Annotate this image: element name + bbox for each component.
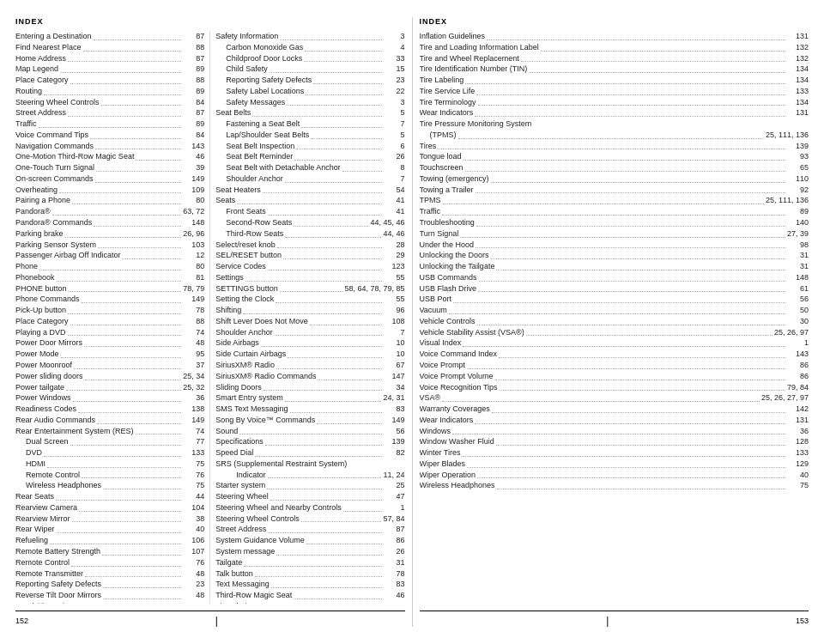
index-entry: Overheating109	[15, 185, 204, 196]
index-entry: Steering Wheel Controls57, 84	[215, 513, 404, 525]
entry-page: 25, 111, 136	[766, 130, 809, 141]
left-header: INDEX	[15, 17, 405, 26]
entry-dots	[464, 160, 785, 161]
entry-text: Shoulder Anchor	[215, 327, 273, 338]
entry-dots	[122, 258, 181, 259]
entry-dots	[438, 149, 785, 149]
entry-text: Rear Entertainment System (RES)	[15, 426, 134, 437]
entry-page: 109	[183, 185, 204, 196]
index-entry: PHONE button78, 79	[15, 283, 204, 295]
index-entry: Fastening a Seat Belt7	[215, 118, 404, 130]
entry-text: Entering a Destination	[15, 31, 92, 42]
entry-dots	[47, 467, 181, 468]
entry-dots	[463, 346, 785, 347]
entry-text: Wireless Headphones	[420, 480, 495, 491]
entry-text: SiriusXM® Radio Commands	[215, 371, 316, 382]
entry-page: 149	[183, 415, 204, 426]
entry-dots	[306, 94, 381, 95]
entry-dots	[541, 51, 785, 52]
entry-dots	[72, 521, 182, 522]
entry-dots	[276, 302, 381, 303]
entry-dots	[294, 598, 381, 599]
entry-page: 67	[384, 360, 405, 371]
index-entry: SEL/RESET button29	[215, 250, 404, 261]
entry-text: Settings	[215, 272, 244, 283]
entry-page: 26	[384, 546, 405, 557]
entry-dots	[136, 160, 181, 161]
entry-dots	[495, 380, 785, 380]
entry-page: 86	[787, 371, 809, 382]
entry-dots	[477, 325, 785, 325]
entry-dots	[90, 138, 181, 139]
entry-text: Pandora® Commands	[15, 217, 92, 228]
index-entry: Remote Control76	[15, 557, 204, 568]
entry-page: 104	[183, 502, 204, 513]
entry-text: Window Washer Fluid	[420, 436, 494, 447]
sub-col-left: Entering a Destination87Find Nearest Pla…	[15, 31, 209, 604]
index-entry: SiriusXM® Radio67	[215, 360, 404, 371]
index-entry: Safety Label Locations22	[215, 86, 404, 97]
index-entry: Sliding Doors34	[215, 382, 404, 393]
entry-page: 38	[183, 513, 204, 525]
entry-dots	[60, 72, 181, 73]
entry-page: 7	[384, 327, 405, 338]
entry-dots	[44, 94, 181, 95]
entry-page: 8	[384, 162, 405, 173]
entry-text: Select/reset knob	[215, 240, 276, 251]
entry-text: Tires	[420, 141, 437, 152]
entry-text: Home Address	[15, 53, 66, 64]
left-entries: Entering a Destination87Find Nearest Pla…	[15, 31, 405, 604]
entry-page: 1	[384, 502, 405, 513]
entry-dots	[72, 204, 181, 204]
entry-text: Passenger Airbag Off Indicator	[15, 250, 120, 261]
index-entry: Wear Indicators131	[420, 107, 809, 118]
entry-dots	[102, 555, 181, 556]
index-entry: SMS Text Messaging83	[215, 404, 404, 415]
entry-page: 143	[787, 349, 809, 360]
entry-text: Unlocking the Doors	[420, 250, 489, 261]
entry-page: 78	[183, 305, 204, 316]
index-entry: Rear Entertainment System (RES)74	[15, 426, 204, 437]
entry-page: 147	[384, 371, 405, 382]
entry-dots	[294, 160, 381, 161]
entry-page: 77	[183, 436, 204, 447]
entry-page: 142	[787, 404, 809, 415]
entry-dots	[103, 489, 181, 489]
entry-dots	[79, 511, 181, 512]
entry-page: 133	[787, 86, 809, 97]
index-entry: Rear Audio Commands149	[15, 415, 204, 426]
entry-page: 30	[787, 316, 809, 327]
entry-dots	[496, 445, 785, 446]
entry-page: 61	[787, 283, 809, 295]
entry-dots	[103, 598, 181, 599]
index-entry: Steering Wheel Controls84	[15, 97, 204, 108]
entry-dots	[95, 182, 182, 183]
index-entry: Parking brake26, 96	[15, 228, 204, 240]
entry-text: Second-Row Seats	[226, 217, 292, 228]
entry-dots	[301, 521, 382, 522]
entry-page: 3	[384, 97, 405, 108]
index-entry: Seat Heaters54	[215, 185, 404, 196]
entry-dots	[285, 182, 382, 183]
entry-page: 86	[787, 360, 809, 371]
entry-page: 40	[787, 470, 809, 481]
entry-page: 149	[183, 294, 204, 305]
entry-dots	[296, 149, 381, 149]
entry-dots	[294, 226, 368, 227]
index-entry: Tailgate31	[215, 557, 404, 568]
entry-page: 93	[787, 151, 809, 162]
entry-dots	[306, 544, 382, 544]
index-entry: Under the Hood98	[420, 240, 809, 251]
sub-col-right: Safety Information3Carbon Monoxide Gas4C…	[209, 31, 404, 604]
entry-text: Shifting	[215, 305, 241, 316]
entry-dots	[263, 192, 382, 193]
entry-text: Tire and Wheel Replacement	[420, 53, 519, 64]
entry-text: Rearview Camera	[15, 502, 77, 513]
index-entry: Seats41	[215, 195, 404, 206]
entry-dots	[343, 511, 382, 512]
index-entry: Parking Sensor System103	[15, 240, 204, 251]
entry-text: Tire Labeling	[420, 75, 464, 86]
index-entry: Wear Indicators131	[420, 415, 809, 426]
entry-dots	[270, 500, 382, 501]
entry-page: 7	[384, 118, 405, 130]
